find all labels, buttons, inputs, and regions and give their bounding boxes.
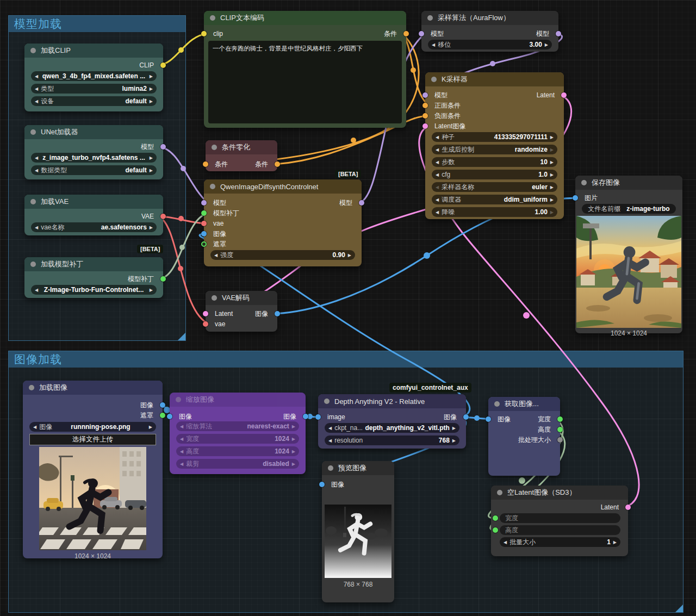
collapse-dot-icon[interactable]: [431, 77, 437, 82]
collapse-dot-icon[interactable]: [210, 184, 215, 189]
arrow-left-icon[interactable]: ◀: [504, 540, 507, 545]
node-aura-sampling[interactable]: 采样算法（AuraFlow） 模型 模型 ◀移位3.00▶: [421, 11, 558, 52]
arrow-left-icon[interactable]: ◀: [33, 425, 36, 430]
node-get-image-size[interactable]: 获取图像... 图像 宽度 高度 批处理大小: [488, 397, 560, 476]
widget-width[interactable]: ◀宽度1024▶: [176, 434, 299, 444]
port-clip-in[interactable]: [201, 31, 207, 36]
arrow-right-icon[interactable]: ▶: [292, 437, 295, 441]
node-unet-loader[interactable]: UNet加载器 模型 ◀z_image_turbo_nvfp4.safetens…: [24, 125, 163, 179]
node-header[interactable]: 加载VAE: [24, 195, 163, 209]
arrow-right-icon[interactable]: ▶: [150, 225, 153, 230]
port-vae-in[interactable]: [201, 221, 207, 226]
widget-device[interactable]: ◀设备default▶: [31, 96, 157, 106]
port-image-out[interactable]: [160, 402, 165, 408]
node-header[interactable]: 缩放图像: [170, 393, 306, 407]
port-model-out[interactable]: [556, 31, 561, 36]
arrow-right-icon[interactable]: ▶: [149, 425, 152, 430]
port-height-in[interactable]: [493, 527, 498, 533]
node-header[interactable]: 预览图像: [322, 461, 394, 475]
node-header[interactable]: K采样器: [425, 72, 564, 86]
widget-dtype[interactable]: ◀数据类型default▶: [31, 165, 157, 175]
arrow-right-icon[interactable]: ▶: [150, 74, 153, 79]
node-load-vae[interactable]: 加载VAE VAE ◀vae名称ae.safetensors▶: [24, 195, 163, 235]
arrow-left-icon[interactable]: ◀: [35, 225, 38, 230]
node-header[interactable]: QwenImageDiffsynthControlnet: [204, 179, 362, 194]
port-image-out[interactable]: [275, 311, 280, 316]
collapse-dot-icon[interactable]: [494, 401, 500, 407]
port-image-in[interactable]: [167, 414, 172, 419]
arrow-left-icon[interactable]: ◀: [436, 147, 439, 152]
node-preview-image[interactable]: 预览图像 图像 768 × 768: [322, 461, 394, 602]
arrow-right-icon[interactable]: ▶: [150, 99, 153, 104]
arrow-left-icon[interactable]: ◀: [436, 135, 439, 140]
node-depth-anything[interactable]: Depth Anything V2 - Relative image 图像 ◀c…: [318, 394, 466, 449]
arrow-right-icon[interactable]: ▶: [292, 449, 295, 454]
port-latent-in[interactable]: [203, 311, 208, 316]
widget-ckpt-name[interactable]: ◀ckpt_na...depth_anything_v2_vitl.pth▶: [325, 423, 459, 433]
widget-denoise[interactable]: ◀降噪1.00▶: [432, 207, 557, 217]
port-cond-out[interactable]: [275, 161, 280, 167]
node-header[interactable]: 采样算法（AuraFlow）: [421, 11, 558, 25]
collapse-dot-icon[interactable]: [212, 295, 217, 301]
port-cond-out[interactable]: [403, 31, 409, 36]
arrow-left-icon[interactable]: ◀: [432, 42, 435, 47]
node-header[interactable]: 保存图像: [575, 176, 682, 190]
node-load-clip[interactable]: 加载CLIP CLIP ◀qwen_3_4b_fp4_mixed.safeten…: [24, 43, 163, 111]
collapse-dot-icon[interactable]: [212, 145, 217, 150]
node-ksampler[interactable]: K采样器 模型 正面条件 负面条件 Latent图像 Latent ◀种子413…: [425, 72, 564, 219]
collapse-dot-icon[interactable]: [30, 199, 36, 204]
port-mask-out[interactable]: [160, 413, 165, 418]
arrow-left-icon[interactable]: ◀: [180, 424, 183, 429]
arrow-left-icon[interactable]: ◀: [35, 86, 38, 91]
widget-clip-name[interactable]: ◀qwen_3_4b_fp4_mixed.safeten ...▶: [31, 71, 157, 81]
arrow-left-icon[interactable]: ◀: [214, 253, 217, 258]
port-clip-out[interactable]: [160, 63, 166, 68]
arrow-left-icon[interactable]: ◀: [436, 160, 439, 165]
node-header[interactable]: 加载图像: [23, 381, 163, 395]
node-header[interactable]: 加载CLIP: [24, 43, 163, 58]
port-latent-out[interactable]: [561, 92, 567, 98]
widget-height-input[interactable]: 高度: [500, 525, 620, 535]
widget-scheduler[interactable]: ◀调度器ddim_uniform▶: [432, 195, 557, 204]
arrow-right-icon[interactable]: ▶: [550, 210, 554, 215]
port-image-in[interactable]: [201, 231, 207, 237]
port-height-out[interactable]: [557, 427, 563, 432]
arrow-right-icon[interactable]: ▶: [292, 424, 295, 429]
arrow-right-icon[interactable]: ▶: [348, 253, 351, 258]
arrow-left-icon[interactable]: ◀: [328, 438, 332, 443]
widget-shift[interactable]: ◀移位3.00▶: [428, 40, 552, 49]
port-latent-out[interactable]: [625, 505, 631, 510]
node-scale-image[interactable]: 缩放图像 图像 图像 ◀缩放算法nearest-exact▶ ◀宽度1024▶ …: [170, 393, 306, 474]
prompt-textarea[interactable]: 一个在奔跑的骑士，背景是中世纪风格村庄，夕阳西下: [208, 41, 402, 123]
arrow-right-icon[interactable]: ▶: [550, 160, 554, 165]
collapse-dot-icon[interactable]: [427, 15, 433, 21]
arrow-left-icon[interactable]: ◀: [328, 426, 332, 431]
arrow-right-icon[interactable]: ▶: [545, 42, 548, 47]
port-latent-in[interactable]: [422, 123, 428, 129]
arrow-right-icon[interactable]: ▶: [150, 155, 153, 160]
collapse-dot-icon[interactable]: [29, 385, 34, 390]
widget-unet-name[interactable]: ◀z_image_turbo_nvfp4.safetens ...▶: [31, 153, 157, 163]
arrow-right-icon[interactable]: ▶: [550, 185, 554, 190]
port-model-in[interactable]: [422, 92, 428, 98]
widget-image-file[interactable]: ◀图像runnning-pose.png▶: [29, 422, 156, 432]
port-batch-out[interactable]: [557, 437, 563, 443]
widget-patch-name[interactable]: ◀Z-Image-Turbo-Fun-Controlnet...▶: [31, 285, 157, 295]
arrow-right-icon[interactable]: ▶: [452, 438, 456, 443]
arrow-left-icon[interactable]: ◀: [436, 210, 439, 215]
arrow-right-icon[interactable]: ▶: [550, 135, 554, 140]
widget-width-input[interactable]: 宽度: [500, 513, 620, 523]
arrow-left-icon[interactable]: ◀: [436, 197, 439, 202]
arrow-left-icon[interactable]: ◀: [35, 99, 38, 104]
collapse-dot-icon[interactable]: [324, 399, 330, 404]
upload-file-button[interactable]: 选择文件上传: [29, 434, 156, 445]
node-load-image[interactable]: 加载图像 图像 遮罩 ◀图像runnning-pose.png▶ 选择文件上传: [23, 381, 163, 558]
collapse-dot-icon[interactable]: [497, 490, 502, 495]
collapse-dot-icon[interactable]: [328, 465, 333, 471]
widget-control-after-generate[interactable]: ◀生成后控制randomize▶: [432, 145, 557, 154]
arrow-right-icon[interactable]: ▶: [550, 147, 554, 152]
port-patch-in[interactable]: [201, 210, 207, 216]
arrow-right-icon[interactable]: ▶: [150, 288, 153, 293]
node-vae-decode[interactable]: VAE解码 Latent vae 图像: [206, 291, 277, 332]
arrow-left-icon[interactable]: ◀: [35, 168, 38, 173]
